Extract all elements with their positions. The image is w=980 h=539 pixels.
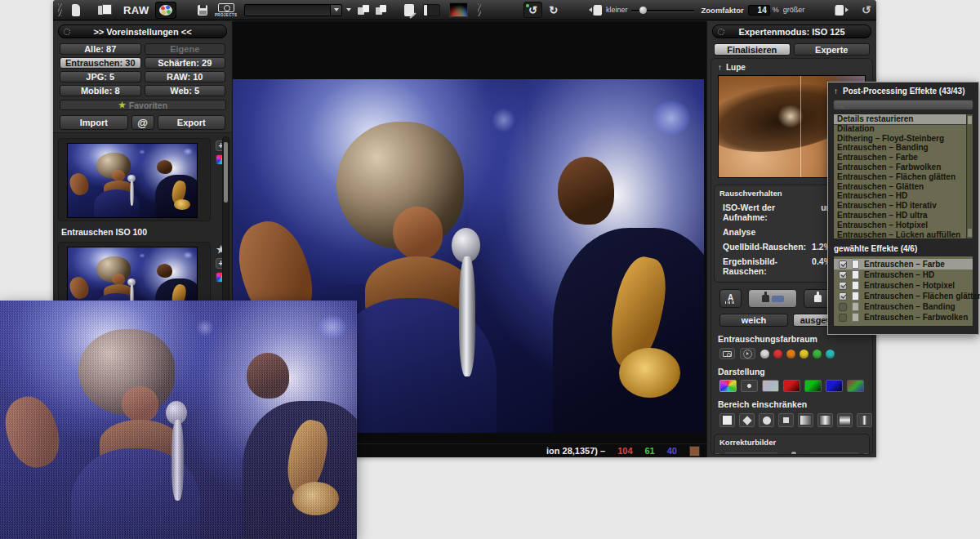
flatframe-apply-button[interactable]: [801, 454, 805, 456]
presets-panel-header[interactable]: >> Voreinstellungen <<: [58, 24, 227, 38]
combobox-arrow-button[interactable]: [330, 5, 341, 16]
display-green-channel-icon[interactable]: [804, 380, 822, 392]
zoom-input[interactable]: [748, 5, 770, 16]
preset-category-button[interactable]: JPG: 5: [60, 71, 141, 82]
effects-panel-header[interactable]: ↑ Post-Processing Effekte (43/43): [828, 82, 978, 99]
favorites-button[interactable]: ★ Favoriten: [60, 100, 226, 110]
darkframe-button[interactable]: Darkframe: [724, 452, 777, 456]
effect-checkbox[interactable]: [839, 271, 847, 279]
colorspace-dot[interactable]: [760, 350, 769, 359]
mask-full-icon[interactable]: [719, 413, 735, 427]
selected-effect-row[interactable]: Entrauschen – Hotpixel: [834, 280, 973, 291]
selected-effect-row[interactable]: Entrauschen – Farbwolken: [834, 312, 973, 323]
effect-list-item[interactable]: Entrauschen – HD iterativ: [834, 201, 966, 211]
expert-panel-header[interactable]: Expertenmodus: ISO 125: [712, 24, 871, 38]
effect-list-item[interactable]: Entrauschen – Banding: [834, 143, 966, 153]
undo-button[interactable]: ↺: [523, 2, 542, 18]
display-saturation-icon[interactable]: [762, 380, 779, 392]
folder-icon[interactable]: [791, 451, 797, 455]
scrollbar-thumb[interactable]: [968, 116, 972, 124]
export-image-icon[interactable]: [404, 4, 414, 16]
redo-button[interactable]: ↻: [549, 2, 558, 17]
projects-camera-button[interactable]: PROJECTS: [215, 3, 237, 17]
effect-list-item[interactable]: Entrauschen – Flächen glätten: [834, 172, 966, 182]
effect-list-item[interactable]: Entrauschen – Glätten: [834, 182, 966, 192]
gear-icon[interactable]: [64, 29, 70, 35]
preset-category-button[interactable]: Entrauschen: 30: [60, 57, 141, 69]
effects-search-input[interactable]: [833, 100, 973, 110]
toolbar-grip[interactable]: [58, 3, 62, 16]
email-button[interactable]: @: [131, 115, 154, 130]
colorspace-dot[interactable]: [826, 350, 835, 359]
preset-category-button[interactable]: Web: 5: [145, 85, 226, 96]
effect-list-item[interactable]: Details restaurieren: [834, 114, 966, 124]
hand-tool-button-active[interactable]: [748, 289, 797, 308]
flatframe-button[interactable]: Flatframe: [809, 452, 859, 456]
scrollbar-thumb[interactable]: [224, 142, 228, 203]
darkframe-apply-button[interactable]: [782, 454, 786, 456]
selected-effect-row[interactable]: Entrauschen – Banding: [834, 301, 973, 312]
weich-button[interactable]: weich: [719, 314, 788, 327]
slider-knob[interactable]: [639, 7, 647, 14]
transfer-icon[interactable]: [358, 5, 369, 16]
collapse-up-icon[interactable]: ↑: [718, 63, 722, 72]
colorspace-dot[interactable]: [800, 350, 808, 359]
effect-list-item[interactable]: Dithering – Floyd-Steinberg: [834, 134, 966, 144]
raw-mode-button[interactable]: RAW: [123, 4, 149, 16]
effect-list-item[interactable]: Entrauschen – Hotpixel: [834, 220, 966, 230]
colorspace-dot[interactable]: [813, 350, 822, 359]
preset-category-button[interactable]: Eigene: [145, 43, 226, 55]
film-strip-icon[interactable]: [423, 4, 440, 16]
new-document-icon[interactable]: [72, 4, 81, 16]
effect-list-item[interactable]: Entrauschen – Farbwolken: [834, 163, 966, 172]
tab-finalisieren[interactable]: Finalisieren: [714, 43, 791, 56]
effects-list-scrollbar[interactable]: [966, 114, 973, 238]
text-analysis-button[interactable]: A: [719, 289, 742, 308]
save-icon[interactable]: [198, 5, 207, 16]
scrollbar-bottom-button[interactable]: [968, 229, 972, 237]
selected-effect-row[interactable]: Entrauschen – Flächen glätten: [834, 291, 973, 301]
lupe-header[interactable]: ↑ Lupe: [718, 63, 872, 72]
mask-gradient-vertical-icon[interactable]: [857, 413, 872, 427]
effect-checkbox[interactable]: [839, 314, 847, 322]
preset-combobox[interactable]: [244, 4, 342, 16]
effect-list-item[interactable]: Entrauschen – HD ultra: [834, 211, 966, 220]
selected-effect-row[interactable]: Entrauschen – Farbe: [834, 259, 973, 270]
floating-noisy-image[interactable]: [0, 301, 357, 539]
import-button[interactable]: Import: [60, 115, 128, 130]
preset-thumbnail-1[interactable]: +: [58, 138, 211, 221]
effect-checkbox[interactable]: [839, 292, 847, 301]
darkframe-equals-button[interactable]: =: [715, 453, 720, 455]
display-red-channel-icon[interactable]: [783, 380, 800, 392]
export-button[interactable]: Export: [158, 115, 226, 130]
effect-list-item[interactable]: Entrauschen – Farbe: [834, 153, 966, 163]
camera-source-button[interactable]: [719, 348, 735, 359]
colorspace-dot[interactable]: [786, 350, 795, 359]
mask-gradient-horizontal-icon[interactable]: [837, 413, 853, 427]
mask-gradient-center-icon[interactable]: [817, 413, 833, 427]
histogram-icon[interactable]: [449, 2, 468, 17]
batch-copy-icon[interactable]: [376, 5, 387, 16]
zoom-min-button[interactable]: [589, 5, 602, 16]
palette-button[interactable]: [155, 2, 176, 19]
preset-category-button[interactable]: RAW: 10: [145, 71, 226, 82]
zoom-max-button[interactable]: [835, 5, 849, 16]
effect-list-item[interactable]: Entrauschen – HD: [834, 191, 966, 201]
mask-diamond-icon[interactable]: [739, 413, 755, 427]
gear-icon[interactable]: [718, 29, 724, 35]
preset-category-button[interactable]: Mobile: 8: [60, 85, 141, 96]
duplicate-image-icon[interactable]: [98, 4, 109, 16]
collapse-up-icon[interactable]: ↑: [834, 87, 838, 96]
flatframe-equals-button[interactable]: =: [863, 453, 869, 455]
preset-thumbnail-image[interactable]: [67, 143, 198, 218]
combobox-split-arrow[interactable]: [346, 8, 351, 11]
effect-checkbox[interactable]: [839, 303, 847, 311]
display-mixed-icon[interactable]: [847, 380, 864, 392]
rotate-icon[interactable]: ↻: [862, 4, 871, 16]
display-rgb-icon[interactable]: [719, 380, 737, 392]
zoom-slider[interactable]: [631, 7, 695, 14]
preset-category-button[interactable]: Schärfen: 29: [145, 57, 226, 69]
selected-effect-row[interactable]: Entrauschen – HD: [834, 270, 973, 280]
colorspace-dot[interactable]: [773, 350, 782, 359]
tab-experte[interactable]: Experte: [794, 43, 871, 56]
